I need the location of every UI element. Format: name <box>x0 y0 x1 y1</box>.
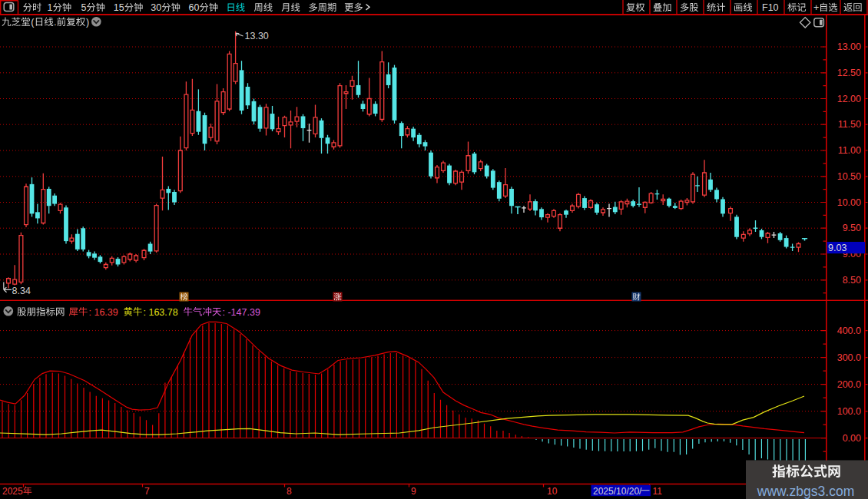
svg-text:15: 15 <box>114 2 124 13</box>
svg-text:0.00: 0.00 <box>843 433 861 444</box>
svg-text:7: 7 <box>144 486 150 497</box>
svg-text:400.0: 400.0 <box>837 326 861 336</box>
svg-text:: 16.39: : 16.39 <box>89 307 118 318</box>
svg-text:9.03: 9.03 <box>828 243 846 253</box>
svg-text:9: 9 <box>411 486 416 497</box>
svg-text:9.50: 9.50 <box>843 223 861 233</box>
svg-text:8.34: 8.34 <box>12 286 31 296</box>
svg-text:11.50: 11.50 <box>838 119 861 130</box>
svg-text:+: + <box>813 2 819 13</box>
svg-text:200.0: 200.0 <box>837 379 861 390</box>
svg-text:13.30: 13.30 <box>245 31 269 41</box>
svg-text:10.00: 10.00 <box>837 197 861 208</box>
svg-text:60: 60 <box>189 2 200 13</box>
svg-text:11.00: 11.00 <box>838 145 861 156</box>
svg-text:.: . <box>54 17 56 28</box>
svg-text:1: 1 <box>48 2 53 13</box>
svg-text:12.00: 12.00 <box>837 94 861 104</box>
svg-text:: 163.78: : 163.78 <box>144 307 178 318</box>
svg-text:www.zbgs3.com: www.zbgs3.com <box>757 484 854 499</box>
svg-text:10.50: 10.50 <box>837 171 861 182</box>
svg-text:11: 11 <box>653 486 663 497</box>
svg-text:13.00: 13.00 <box>837 41 861 52</box>
svg-text:300.0: 300.0 <box>837 352 861 363</box>
svg-text:12.50: 12.50 <box>837 68 861 78</box>
svg-text:30: 30 <box>151 2 161 13</box>
svg-text:5: 5 <box>81 2 86 13</box>
svg-text:100.0: 100.0 <box>837 406 861 417</box>
svg-text:: -147.39: : -147.39 <box>223 307 260 318</box>
svg-text:2025: 2025 <box>2 486 23 497</box>
svg-text:8: 8 <box>287 486 292 497</box>
svg-text:8.50: 8.50 <box>843 275 861 286</box>
svg-text:2025/10/20/: 2025/10/20/ <box>593 486 642 497</box>
svg-text:): ) <box>86 17 89 28</box>
svg-text:F10: F10 <box>762 2 779 13</box>
svg-text:10: 10 <box>547 486 558 497</box>
